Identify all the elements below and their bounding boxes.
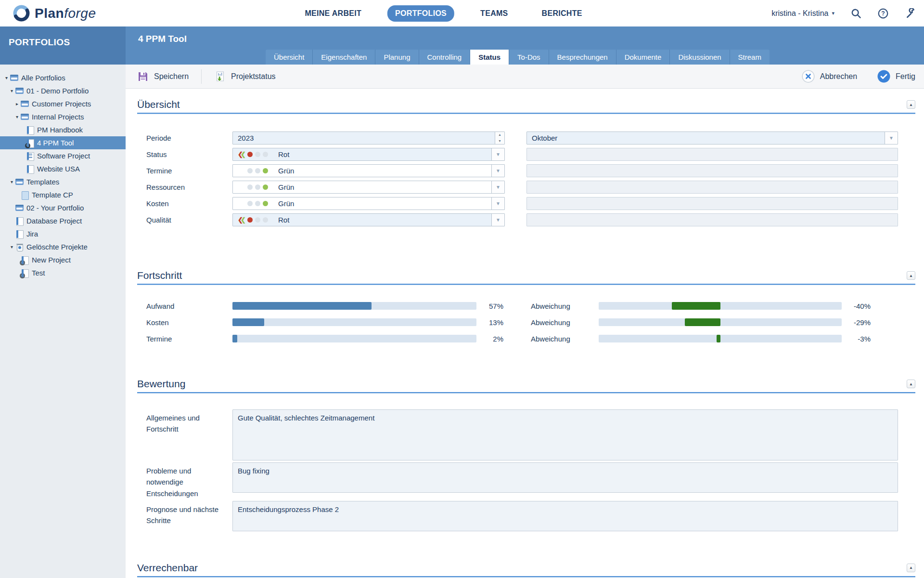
periode-input[interactable]: 2023 ▲ ▼ [232, 131, 505, 144]
qualitaet-detail-field [526, 213, 898, 226]
tree-item-customer-projects[interactable]: ▸Customer Projects [0, 97, 126, 110]
tab-to-dos[interactable]: To-Dos [509, 50, 549, 65]
section-bewertung: Bewertung ▲ Allgemeines und Fortschritt … [137, 377, 915, 531]
tree-item-website-usa[interactable]: Website USA [0, 162, 126, 175]
tree-item-jira[interactable]: Jira [0, 227, 126, 240]
tree-item-software-project[interactable]: Software Project [0, 149, 126, 162]
collapse-verrechenbar-button[interactable]: ▲ [907, 564, 915, 572]
nav-portfolios[interactable]: PORTFOLIOS [387, 5, 454, 22]
abweichung-bar [599, 302, 842, 310]
done-button[interactable]: Fertig [877, 70, 915, 83]
tab-stream[interactable]: Stream [730, 50, 770, 65]
expand-down-icon[interactable]: ▾ [3, 75, 10, 80]
tree-item-4-ppm-tool[interactable]: 4 PPM Tool [0, 136, 126, 149]
page-icon [21, 191, 29, 199]
done-label: Fertig [896, 72, 915, 81]
status-select[interactable]: ❮❮ Rot ▼ [232, 148, 505, 161]
allgemeines-row: Allgemeines und Fortschritt Gute Qualitä… [137, 409, 915, 460]
abweichung-percent: -29% [842, 318, 871, 327]
tree-item-test[interactable]: Test [0, 266, 126, 279]
probleme-row: Probleme und notwendige Entscheidungen B… [137, 462, 915, 499]
tree-item-01-demo-portfolio[interactable]: ▾01 - Demo Portfolio [0, 84, 126, 97]
ressourcen-row: Ressourcen Grün ▼ [137, 181, 915, 194]
project-icon [26, 126, 35, 134]
projektstatus-button[interactable]: Projektstatus [214, 71, 275, 82]
qualitaet-select[interactable]: ❮❮ Rot ▼ [232, 213, 505, 226]
tree-item-database-project[interactable]: Database Project [0, 214, 126, 227]
sidebar-title: PORTFOLIOS [0, 26, 126, 65]
tree-item-label: Website USA [37, 165, 80, 173]
allgemeines-textarea[interactable]: Gute Qualität, schlechtes Zeitmanagement [232, 409, 898, 460]
dropdown-arrow-icon[interactable]: ▼ [491, 165, 504, 177]
toolbar: Speichern Projektstatus Abbrechen [126, 65, 924, 89]
tab-planung[interactable]: Planung [375, 50, 418, 65]
tree-item-label: New Project [32, 256, 71, 264]
cancel-button[interactable]: Abbrechen [802, 70, 857, 83]
dropdown-arrow-icon[interactable]: ▼ [491, 197, 504, 210]
folder-icon [15, 178, 24, 186]
tree-item-pm-handbook[interactable]: PM Handbook [0, 123, 126, 136]
tab-besprechungen[interactable]: Besprechungen [549, 50, 616, 65]
dropdown-arrow-icon[interactable]: ▼ [491, 181, 504, 193]
trend-worse-icon: ❮❮ [238, 217, 247, 223]
help-icon[interactable]: ? [878, 8, 888, 19]
spin-up-icon[interactable]: ▲ [495, 132, 504, 138]
kosten-label: Kosten [137, 318, 232, 327]
tab-controlling[interactable]: Controlling [419, 50, 470, 65]
periode-label: Periode [137, 134, 232, 142]
save-floppy-icon [137, 71, 149, 82]
tab-dokumente[interactable]: Dokumente [616, 50, 670, 65]
prognose-textarea[interactable]: Entscheidungsprozess Phase 2 [232, 501, 898, 531]
expand-down-icon[interactable]: ▾ [8, 179, 15, 184]
tree-item-new-project[interactable]: New Project [0, 253, 126, 266]
tab-übersicht[interactable]: Übersicht [266, 50, 312, 65]
dropdown-arrow-icon[interactable]: ▼ [885, 132, 898, 144]
planforge-logo: Planforge [13, 4, 96, 22]
wrench-icon[interactable] [905, 8, 915, 19]
dropdown-arrow-icon[interactable]: ▼ [491, 214, 504, 226]
section-uebersicht: Übersicht ▲ Periode 2023 ▲ ▼ [137, 97, 915, 226]
user-menu[interactable]: kristina - Kristina ▾ [771, 9, 834, 18]
tree-item-alle-portfolios[interactable]: ▾Alle Portfolios [0, 71, 126, 84]
expand-down-icon[interactable]: ▾ [8, 88, 15, 93]
dropdown-arrow-icon[interactable]: ▼ [491, 148, 504, 160]
tree-item-templates[interactable]: ▾Templates [0, 175, 126, 188]
project-chart-icon [26, 152, 35, 160]
user-area: kristina - Kristina ▾ ? [771, 0, 915, 26]
nav-berichte[interactable]: BERICHTE [534, 5, 590, 22]
tree-item-internal-projects[interactable]: ▾Internal Projects [0, 110, 126, 123]
save-button[interactable]: Speichern [137, 71, 189, 82]
termine-row: Termine Grün ▼ [137, 164, 915, 177]
ressourcen-select[interactable]: Grün ▼ [232, 181, 505, 194]
nav-teams[interactable]: TEAMS [473, 5, 516, 22]
tree-item-label: Templates [26, 178, 59, 186]
abweichung-bar [599, 335, 842, 342]
termine-select[interactable]: Grün ▼ [232, 164, 505, 177]
tree-item-gelöschte-projekte[interactable]: ▾Gelöschte Projekte [0, 240, 126, 253]
tab-diskussionen[interactable]: Diskussionen [669, 50, 729, 65]
collapse-fortschritt-button[interactable]: ▲ [907, 271, 915, 280]
aufwand-progress-row: Aufwand 57% Abweichung -40% [137, 302, 915, 310]
monat-select[interactable]: Oktober ▼ [526, 131, 898, 144]
collapse-bewertung-button[interactable]: ▲ [907, 380, 915, 388]
folder-icon [21, 100, 29, 108]
collapse-uebersicht-button[interactable]: ▲ [907, 100, 915, 109]
tree-item-template-cp[interactable]: Template CP [0, 188, 126, 201]
tab-status[interactable]: Status [470, 50, 509, 65]
spin-down-icon[interactable]: ▼ [495, 138, 504, 144]
kosten-select[interactable]: Grün ▼ [232, 197, 505, 210]
prognose-row: Prognose und nächste Schritte Entscheidu… [137, 501, 915, 531]
periode-spinner[interactable]: ▲ ▼ [495, 132, 504, 144]
probleme-textarea[interactable]: Bug fixing [232, 462, 898, 493]
tree-item-label: Internal Projects [32, 113, 84, 121]
expand-down-icon[interactable]: ▾ [13, 114, 21, 119]
section-rule [137, 284, 915, 285]
tab-eigenschaften[interactable]: Eigenschaften [312, 50, 375, 65]
expand-down-icon[interactable]: ▾ [8, 244, 15, 250]
search-icon[interactable] [851, 8, 861, 19]
nav-meine-arbeit[interactable]: MEINE ARBEIT [297, 5, 369, 22]
topbar: Planforge MEINE ARBEIT PORTFOLIOS TEAMS … [0, 0, 924, 26]
expand-right-icon[interactable]: ▸ [13, 101, 21, 106]
tree-item-02-your-portfolio[interactable]: 02 - Your Portfolio [0, 201, 126, 214]
status-detail-field [526, 148, 898, 161]
